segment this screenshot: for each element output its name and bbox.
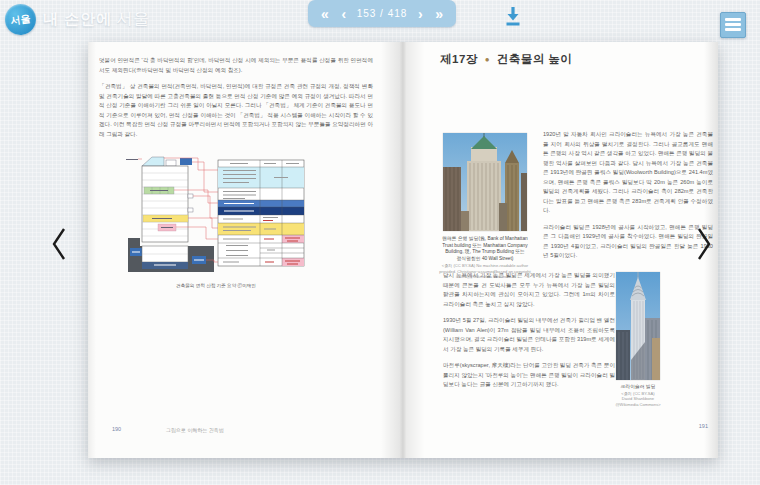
area-calculation-diagram — [126, 154, 306, 280]
flip-previous-arrow[interactable] — [50, 226, 68, 262]
page-indicator[interactable]: 153 / 418 — [357, 8, 408, 19]
first-page-button[interactable]: « — [319, 7, 331, 21]
right-page-paragraph-3: 당시 뉴욕에서 가장 높은 빌딩은 세계에서 가장 높은 빌딩을 의미했기 때문… — [443, 271, 615, 309]
chevron-right-icon — [695, 226, 713, 262]
left-page-paragraph-2: 「건축법」 상 건축물의 면적(건축면적, 바닥면적, 연면적)에 대한 규정은… — [99, 82, 373, 139]
chevron-left-icon — [50, 226, 68, 262]
photo1-caption: 맨해튼 은행 빌딩(舊, Bank of Manhattan Trust bui… — [431, 236, 539, 263]
next-page-button[interactable]: › — [416, 7, 425, 21]
download-icon — [503, 5, 523, 27]
right-page: 제17장 ● 건축물의 높이 — [403, 42, 718, 458]
left-page: 덧붙여 연면적은 '각 층 바닥면적의 합'인데, 바닥면적 산정 시에 제외되… — [88, 42, 403, 458]
chapter-bullet-icon: ● — [485, 55, 490, 64]
right-page-paragraph-4: 1930년 5월 27일, 크라이슬러 빌딩의 내부에선 건축가 윌리엄 밴 앨… — [443, 316, 615, 354]
page-navigation-bar: « ‹ 153 / 418 › » — [308, 0, 456, 27]
previous-page-button[interactable]: ‹ — [339, 7, 348, 21]
seoul-logo-icon: 서울 — [3, 2, 38, 37]
right-page-number: 191 — [699, 423, 708, 429]
chapter-heading: 제17장 ● 건축물의 높이 — [440, 52, 572, 67]
app-title: 내 손안에서울 — [43, 9, 150, 30]
app-logo[interactable]: 서울 내 손안에서울 — [5, 4, 150, 35]
right-page-paragraph-5: 마천루(skyscraper, 摩天樓)라는 단어를 고안한 빌딩 건축가 측은… — [443, 361, 615, 390]
download-button[interactable] — [503, 5, 523, 27]
diagram-caption: 건축물의 면적 산정 기준 요약 ⓒ이재인 — [126, 283, 306, 288]
chapter-number: 제17장 — [440, 52, 478, 67]
manhattan-bank-building-photo — [443, 133, 527, 231]
photo2-caption: 크라이슬러 빌딩 <출처 (CC BY-SA) David Shankbone … — [598, 384, 678, 408]
hamburger-icon — [725, 18, 741, 21]
chapter-title: 건축물의 높이 — [497, 52, 573, 67]
left-page-paragraph-1: 덧붙여 연면적은 '각 층 바닥면적의 합'인데, 바닥면적 산정 시에 제외되… — [99, 56, 373, 75]
chrysler-building-photo — [616, 272, 660, 380]
right-page-paragraph-1: 1920년 말 자동차 회사인 크라이슬러는 뉴욕에서 가장 높은 건축물을 지… — [543, 130, 713, 216]
book-title-footer: 그림으로 이해하는 건축법 — [166, 427, 224, 433]
flip-next-arrow[interactable] — [695, 226, 713, 262]
book-spread: 덧붙여 연면적은 '각 층 바닥면적의 합'인데, 바닥면적 산정 시에 제외되… — [88, 42, 718, 458]
last-page-button[interactable]: » — [433, 7, 445, 21]
right-page-paragraph-2: 크라이슬러 빌딩은 1928년에 공사를 시작하였고, 맨해튼 은행 빌딩은 그… — [543, 223, 713, 261]
left-page-number: 190 — [112, 426, 121, 432]
ebook-reader-screen: 서울 내 손안에서울 « ‹ 153 / 418 › » 덧붙여 연면적은 '각… — [0, 0, 760, 485]
menu-button[interactable] — [720, 12, 746, 38]
